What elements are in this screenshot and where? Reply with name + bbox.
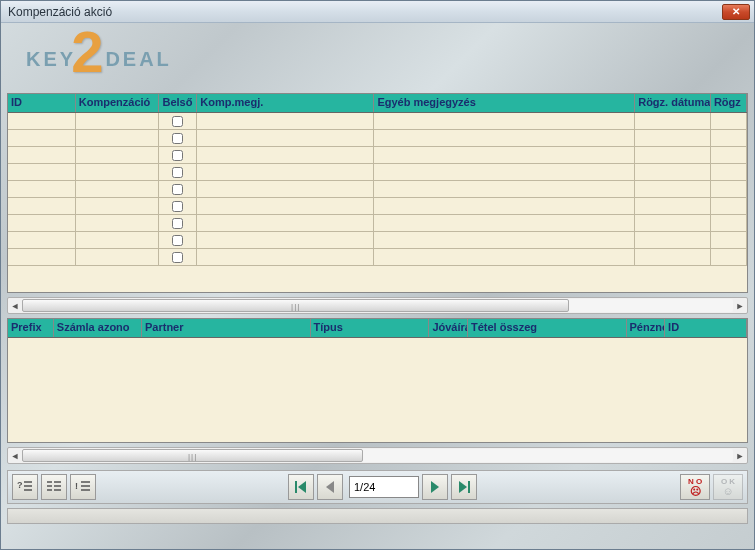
ok-button[interactable]: O K ☺: [713, 474, 743, 500]
detail-grid[interactable]: PrefixSzámla azonoPartnerTípusJóváíráTét…: [7, 318, 748, 443]
scroll-track[interactable]: |||: [22, 299, 733, 312]
table-cell: [76, 198, 160, 214]
table-cell: [711, 232, 747, 248]
logo: KEY 2 DEAL: [26, 33, 754, 85]
grid-header: PrefixSzámla azonoPartnerTípusJóváíráTét…: [8, 319, 747, 338]
table-row[interactable]: [8, 164, 747, 181]
no-button[interactable]: N O ☹: [680, 474, 710, 500]
column-header[interactable]: Típus: [311, 319, 430, 337]
table-row[interactable]: [8, 232, 747, 249]
table-cell: [159, 249, 197, 265]
row-checkbox[interactable]: [172, 201, 183, 212]
table-cell: [635, 113, 711, 129]
column-header[interactable]: ID: [8, 94, 76, 112]
help-list-icon: ?: [16, 478, 34, 496]
main-grid[interactable]: IDKompenzációBelső kKomp.megj.Egyéb megj…: [7, 93, 748, 293]
first-page-button[interactable]: [288, 474, 314, 500]
table-row[interactable]: [8, 215, 747, 232]
table-cell: [711, 113, 747, 129]
column-header[interactable]: ID: [665, 319, 747, 337]
column-header[interactable]: Rögz. dátuma: [635, 94, 711, 112]
scroll-thumb[interactable]: |||: [22, 299, 569, 312]
row-checkbox[interactable]: [172, 133, 183, 144]
column-header[interactable]: Partner: [142, 319, 311, 337]
table-cell: [374, 113, 635, 129]
scroll-right-icon[interactable]: ►: [733, 298, 747, 313]
column-header[interactable]: Pénzne: [627, 319, 666, 337]
column-header[interactable]: Számla azono: [54, 319, 142, 337]
close-icon: ✕: [732, 6, 740, 17]
row-checkbox[interactable]: [172, 184, 183, 195]
toolbar: ? !: [7, 470, 748, 504]
list-outdent-icon: !: [74, 478, 92, 496]
close-button[interactable]: ✕: [722, 4, 750, 20]
last-icon: [455, 478, 473, 496]
scroll-thumb[interactable]: |||: [22, 449, 363, 462]
column-header[interactable]: Egyéb megjegyzés: [374, 94, 635, 112]
statusbar: [7, 508, 748, 524]
svg-text:!: !: [75, 481, 78, 491]
table-row[interactable]: [8, 147, 747, 164]
help-button[interactable]: ?: [12, 474, 38, 500]
row-checkbox[interactable]: [172, 167, 183, 178]
grid1-hscroll[interactable]: ◄ ||| ►: [7, 297, 748, 314]
scroll-track[interactable]: |||: [22, 449, 733, 462]
table-row[interactable]: [8, 130, 747, 147]
row-checkbox[interactable]: [172, 235, 183, 246]
column-header[interactable]: Kompenzáció: [76, 94, 160, 112]
table-row[interactable]: [8, 113, 747, 130]
list-outdent-button[interactable]: !: [70, 474, 96, 500]
table-cell: [8, 181, 76, 197]
list-indent-button[interactable]: [41, 474, 67, 500]
table-cell: [76, 130, 160, 146]
next-page-button[interactable]: [422, 474, 448, 500]
row-checkbox[interactable]: [172, 252, 183, 263]
column-header[interactable]: Belső k: [159, 94, 197, 112]
table-cell: [8, 232, 76, 248]
table-cell: [197, 130, 374, 146]
svg-marker-15: [298, 481, 306, 493]
table-cell: [197, 249, 374, 265]
table-cell: [76, 164, 160, 180]
scroll-left-icon[interactable]: ◄: [8, 298, 22, 313]
page-input[interactable]: [349, 476, 419, 498]
table-cell: [197, 113, 374, 129]
table-cell: [159, 113, 197, 129]
next-icon: [426, 478, 444, 496]
table-cell: [197, 181, 374, 197]
table-row[interactable]: [8, 249, 747, 266]
prev-page-button[interactable]: [317, 474, 343, 500]
grid2-hscroll[interactable]: ◄ ||| ►: [7, 447, 748, 464]
window-title: Kompenzáció akció: [5, 5, 722, 19]
table-cell: [76, 215, 160, 231]
scroll-right-icon[interactable]: ►: [733, 448, 747, 463]
column-header[interactable]: Jóváírá: [429, 319, 468, 337]
table-row[interactable]: [8, 181, 747, 198]
table-cell: [159, 130, 197, 146]
table-cell: [8, 130, 76, 146]
row-checkbox[interactable]: [172, 116, 183, 127]
grid-body[interactable]: [8, 113, 747, 266]
table-cell: [8, 164, 76, 180]
last-page-button[interactable]: [451, 474, 477, 500]
prev-icon: [321, 478, 339, 496]
table-cell: [635, 181, 711, 197]
table-cell: [711, 198, 747, 214]
table-cell: [635, 232, 711, 248]
table-row[interactable]: [8, 198, 747, 215]
table-cell: [711, 215, 747, 231]
column-header[interactable]: Rögz: [711, 94, 747, 112]
scroll-left-icon[interactable]: ◄: [8, 448, 22, 463]
column-header[interactable]: Tétel összeg: [468, 319, 627, 337]
table-cell: [197, 232, 374, 248]
grid-body[interactable]: [8, 338, 747, 441]
column-header[interactable]: Komp.megj.: [197, 94, 374, 112]
table-cell: [635, 130, 711, 146]
column-header[interactable]: Prefix: [8, 319, 54, 337]
table-cell: [197, 198, 374, 214]
table-cell: [635, 164, 711, 180]
table-cell: [8, 249, 76, 265]
row-checkbox[interactable]: [172, 218, 183, 229]
table-cell: [635, 249, 711, 265]
row-checkbox[interactable]: [172, 150, 183, 161]
